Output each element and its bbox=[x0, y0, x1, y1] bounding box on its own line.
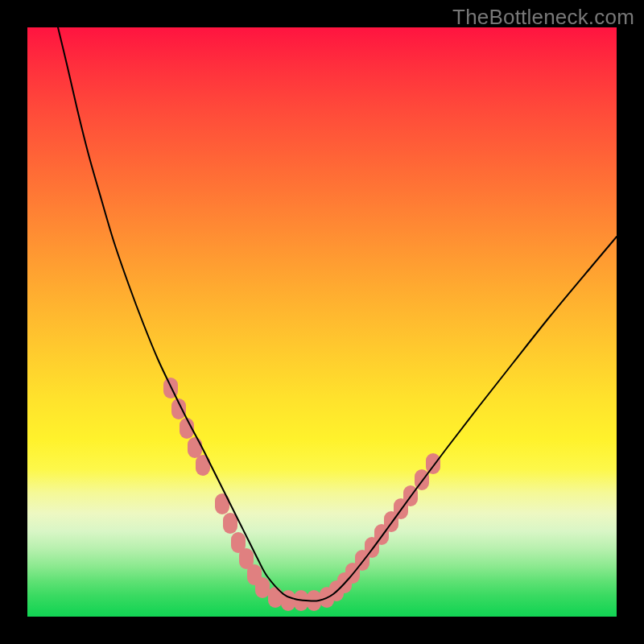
bottleneck-curve bbox=[58, 27, 617, 601]
highlight-dot bbox=[255, 577, 270, 598]
highlight-dot bbox=[426, 453, 440, 474]
watermark-text: TheBottleneck.com bbox=[452, 5, 634, 30]
plot-area bbox=[27, 27, 617, 617]
highlight-dot bbox=[268, 587, 283, 608]
highlight-dot bbox=[223, 513, 237, 534]
chart-frame: TheBottleneck.com bbox=[0, 0, 644, 644]
marker-group bbox=[163, 378, 440, 611]
highlight-dot bbox=[188, 437, 202, 458]
curve-svg bbox=[27, 27, 617, 617]
